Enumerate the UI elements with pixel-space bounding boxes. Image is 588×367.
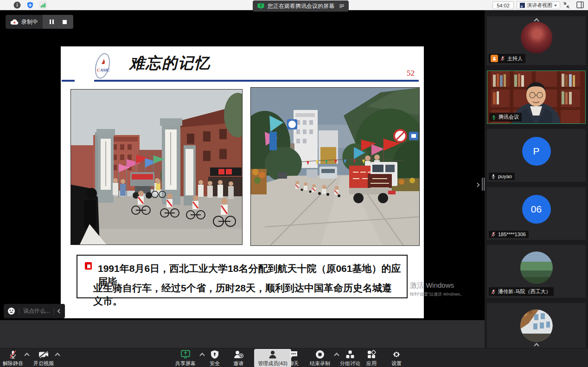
mic-options-chevron-icon[interactable] bbox=[24, 353, 29, 358]
mic-on-icon bbox=[491, 115, 497, 120]
gear-icon bbox=[392, 350, 401, 359]
participant-tile-185[interactable]: 06 185****1306 bbox=[487, 187, 586, 240]
host-badge-icon bbox=[491, 55, 498, 62]
side-panel-toggle-icon[interactable] bbox=[576, 1, 584, 10]
top-bar: 您正在观看腾讯会议的屏幕 54:02 演讲者视图 bbox=[0, 0, 588, 10]
slide-text-box: 1991年8月6日，西北工业大学18名分配到航天十院（原061基地）的应届毕 业… bbox=[77, 255, 408, 298]
bottom-toolbar: 解除静音 开启视频 共享屏幕 安全 邀请 管理成员(43) 聊天 bbox=[0, 348, 588, 367]
slide-page-number: 52 bbox=[407, 69, 415, 78]
stop-recording-button[interactable] bbox=[59, 17, 70, 27]
members-icon bbox=[268, 350, 277, 359]
collapse-chat-icon[interactable] bbox=[58, 309, 62, 314]
unmute-button[interactable]: 解除静音 bbox=[3, 350, 23, 367]
exit-fullscreen-icon[interactable] bbox=[562, 1, 570, 11]
watermark-line1: 激活 Windows bbox=[410, 281, 464, 290]
mic-muted-icon bbox=[491, 289, 496, 295]
avatar-host-photo bbox=[521, 22, 552, 53]
stop-record-icon bbox=[315, 350, 325, 359]
participant-tile-speaker[interactable]: 腾讯会议 bbox=[487, 71, 586, 124]
invite-button[interactable]: 邀请 bbox=[233, 350, 243, 367]
casic-logo: C ASIC bbox=[90, 50, 115, 84]
participant-tile-puyao[interactable]: P puyao bbox=[487, 129, 586, 182]
panel-expand-chevron-icon[interactable] bbox=[476, 180, 479, 188]
quick-chat-bar[interactable]: 说点什么... bbox=[4, 304, 65, 318]
participant-name: 185****1306 bbox=[498, 232, 526, 237]
start-video-label: 开启视频 bbox=[33, 360, 54, 367]
watching-screen-banner[interactable]: 您正在观看腾讯会议的屏幕 bbox=[253, 0, 349, 12]
tencent-meeting-window: 您正在观看腾讯会议的屏幕 54:02 演讲者视图 录制中 bbox=[0, 0, 588, 367]
avatar-building-photo bbox=[520, 309, 553, 342]
record-options-chevron-icon[interactable] bbox=[334, 353, 339, 358]
mic-on-icon bbox=[491, 174, 496, 179]
share-options-chevron-icon[interactable] bbox=[199, 353, 205, 358]
red-square-bullet-icon bbox=[85, 262, 92, 270]
start-video-button[interactable]: 开启视频 bbox=[33, 350, 54, 367]
recording-indicator: 录制中 bbox=[6, 15, 73, 29]
mic-muted-icon bbox=[8, 350, 18, 359]
view-mode-label: 演讲者视图 bbox=[527, 2, 552, 9]
video-options-chevron-icon[interactable] bbox=[55, 353, 60, 358]
banner-text: 您正在观看腾讯会议的屏幕 bbox=[268, 2, 334, 10]
avatar-landscape-photo bbox=[520, 251, 553, 284]
emoji-icon[interactable] bbox=[7, 307, 15, 315]
unmute-label: 解除静音 bbox=[3, 360, 23, 367]
chat-bubble-icon bbox=[289, 350, 298, 359]
stop-recording-label: 结束录制 bbox=[310, 360, 330, 367]
banner-menu-icon[interactable] bbox=[339, 4, 344, 8]
svg-text:C: C bbox=[97, 68, 100, 72]
shield-icon[interactable] bbox=[26, 1, 34, 9]
breakout-rooms-button[interactable]: 分组讨论 bbox=[340, 350, 360, 367]
mic-muted-icon bbox=[491, 232, 496, 237]
apps-grid-icon bbox=[367, 350, 376, 359]
avatar-initial: P bbox=[522, 137, 551, 166]
view-mode-button[interactable]: 演讲者视图 bbox=[517, 1, 560, 9]
security-shield-icon bbox=[211, 350, 219, 359]
participants-panel: 主持人 腾讯会议 P bbox=[485, 10, 588, 348]
photo-cyclists-factory-gate bbox=[70, 89, 243, 245]
apps-label: 应用 bbox=[366, 360, 377, 367]
avatar-initial: 06 bbox=[522, 195, 551, 224]
panel-resize-handle[interactable] bbox=[482, 178, 485, 191]
share-screen-button[interactable]: 共享屏幕 bbox=[175, 350, 196, 367]
shared-screen-area: 录制中 C ASIC 难忘的记忆 52 bbox=[0, 10, 485, 320]
participant-tile-host[interactable]: 主持人 bbox=[487, 16, 586, 65]
invite-person-icon bbox=[233, 350, 243, 359]
breakout-blocks-icon bbox=[345, 350, 355, 359]
layout-icon bbox=[520, 3, 525, 8]
apps-button[interactable]: 应用 bbox=[366, 350, 377, 367]
slide-title: 难忘的记忆 bbox=[129, 53, 211, 74]
screen-share-icon bbox=[180, 350, 191, 359]
recording-status-label: 录制中 bbox=[21, 18, 38, 26]
title-rule-long bbox=[94, 80, 419, 82]
chevron-down-icon bbox=[554, 5, 557, 6]
security-label: 安全 bbox=[210, 360, 220, 367]
title-rule-short bbox=[62, 80, 75, 82]
meeting-timer: 54:02 bbox=[492, 1, 514, 9]
participant-tile-panchuanxin[interactable]: 潘传新-马院（西工大） bbox=[487, 245, 586, 298]
network-signal-icon[interactable] bbox=[39, 1, 47, 9]
settings-button[interactable]: 设置 bbox=[391, 350, 402, 367]
participant-name: puyao bbox=[498, 174, 512, 179]
scroll-down-icon[interactable] bbox=[534, 343, 539, 348]
top-bar-status-icons bbox=[13, 1, 47, 9]
screen-share-icon bbox=[257, 3, 264, 9]
info-icon[interactable] bbox=[13, 1, 21, 9]
slide-body-line2: 业生骑自行车，经过5个省，历时28天，顺利到达中国革命历史名城遵义市。 bbox=[93, 282, 399, 308]
participant-name: 潘传新-马院（西工大） bbox=[498, 288, 551, 295]
security-button[interactable]: 安全 bbox=[210, 350, 220, 367]
settings-label: 设置 bbox=[391, 360, 402, 367]
stop-cloud-recording-button[interactable]: 结束录制 bbox=[310, 350, 330, 367]
participant-tile-partial[interactable] bbox=[487, 303, 586, 348]
participant-name: 主持人 bbox=[507, 55, 523, 62]
watermark-line2: 转到“设置”以激活 Windows。 bbox=[410, 291, 464, 297]
chat-input-placeholder[interactable]: 说点什么... bbox=[23, 307, 50, 315]
windows-activation-watermark: 激活 Windows 转到“设置”以激活 Windows。 bbox=[410, 281, 464, 297]
pause-recording-button[interactable] bbox=[46, 17, 57, 27]
participant-name: 腾讯会议 bbox=[499, 114, 519, 121]
cloud-record-icon bbox=[10, 19, 19, 25]
share-screen-label: 共享屏幕 bbox=[175, 360, 196, 367]
manage-members-button[interactable]: 管理成员(43) bbox=[254, 349, 291, 367]
presentation-slide: C ASIC 难忘的记忆 52 bbox=[61, 46, 424, 318]
chat-label: 聊天 bbox=[288, 360, 299, 367]
chat-button[interactable]: 聊天 bbox=[288, 350, 299, 367]
